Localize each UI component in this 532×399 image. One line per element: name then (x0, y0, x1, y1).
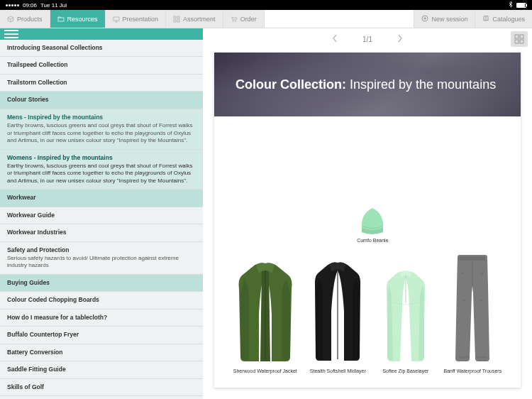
sidebar-item[interactable]: Trailstorm Collection (0, 75, 203, 92)
product-item: Banff Waterproof Trousers (443, 251, 501, 373)
sidebar-item-title: Trailstorm Collection (7, 79, 196, 87)
sidebar-item-title: Workwear (7, 194, 196, 202)
sidebar-item-title: Mens - Inspired by the mountains (7, 114, 196, 121)
svg-rect-4 (174, 20, 176, 22)
sidebar[interactable]: Introducing Seasonal CollectionsTrailspe… (0, 28, 203, 399)
page-indicator: 1/1 (362, 35, 372, 43)
sidebar-item[interactable]: Saddle Fitting Guide (0, 361, 203, 378)
book-icon (482, 15, 489, 23)
cart-icon (231, 16, 238, 23)
beanie-image (356, 201, 389, 236)
sidebar-item[interactable]: Colour Stories (0, 92, 203, 109)
grid-view-button[interactable] (511, 31, 528, 47)
tab-products[interactable]: Products (0, 10, 50, 28)
sidebar-item[interactable]: Workwear Industries (0, 224, 203, 241)
cube-icon (7, 16, 14, 23)
svg-rect-12 (520, 40, 523, 43)
midlayer-image (308, 258, 367, 364)
jacket-image (233, 258, 297, 364)
top-nav: Products Resources Presentation Assortme… (0, 10, 532, 28)
sidebar-item[interactable]: Womens - Inspired by the mountainsEarthy… (0, 150, 203, 190)
next-page-button[interactable] (394, 31, 406, 48)
sidebar-item-desc: Serious safety hazards to avoid/ Ultimat… (7, 255, 196, 270)
sidebar-item-title: Trailspeed Collection (7, 61, 196, 69)
folder-icon (57, 16, 65, 23)
product-label: Softee Zip Baselayer (382, 368, 428, 373)
sidebar-item-title: Introducing Seasonal Collections (7, 44, 196, 52)
sidebar-item-desc: Earthy browns, luscious greens and cool … (7, 163, 196, 185)
grid-icon (514, 34, 524, 44)
tab-presentation[interactable]: Presentation (106, 10, 167, 28)
pager: 1/1 (203, 28, 532, 50)
sidebar-header (0, 28, 203, 40)
slide-title: Colour Collection: Inspired by the mount… (235, 77, 496, 92)
svg-point-6 (232, 21, 233, 22)
sidebar-item-title: Battery Conversion (7, 349, 196, 356)
signal-icon (6, 4, 19, 6)
btn-label: New session (431, 16, 467, 23)
status-time: 09:06 (23, 2, 37, 9)
tab-label: Resources (67, 16, 98, 23)
sidebar-item[interactable]: Safety and ProtectionSerious safety haza… (0, 242, 203, 275)
hamburger-icon[interactable] (4, 28, 18, 40)
product-item: Softee Zip Baselayer (379, 265, 433, 373)
sidebar-item[interactable]: Buffalo Countertop Fryer (0, 327, 203, 344)
sidebar-item-title: Womens - Inspired by the mountains (7, 154, 196, 162)
presentation-icon (113, 16, 120, 23)
sidebar-item[interactable]: How to Choose the Right Size Plate Carri… (0, 396, 203, 399)
sidebar-item[interactable]: Skills of Golf (0, 379, 203, 396)
sidebar-item[interactable]: How do I measure for a tablecloth? (0, 310, 203, 327)
tab-label: Products (17, 16, 43, 23)
sidebar-item-title: Safety and Protection (7, 246, 196, 254)
new-session-button[interactable]: New session (414, 10, 475, 28)
svg-point-7 (235, 21, 236, 22)
sidebar-item-title: Colour Coded Chopping Boards (7, 296, 196, 304)
svg-rect-5 (177, 20, 179, 22)
product-label: Comfo Beanie (357, 238, 388, 243)
btn-label: Catalogues (492, 16, 525, 23)
sidebar-item-title: Workwear Industries (7, 229, 196, 236)
baselayer-image (379, 265, 433, 364)
sidebar-item-title: How do I measure for a tablecloth? (7, 314, 196, 322)
sidebar-item[interactable]: Mens - Inspired by the mountainsEarthy b… (0, 109, 203, 150)
tab-assortment[interactable]: Assortment (166, 10, 223, 28)
bluetooth-icon (509, 1, 513, 9)
catalogues-button[interactable]: Catalogues (475, 10, 532, 28)
sidebar-item[interactable]: Workwear Guide (0, 207, 203, 224)
ios-status-bar: 09:06 Tue 11 Jul (0, 0, 532, 10)
product-label: Sherwood Waterproof Jacket (233, 368, 297, 373)
sidebar-item-title: Buying Guides (7, 279, 196, 287)
product-label: Stealth Softshell Midlayer (310, 368, 366, 373)
product-label: Banff Waterproof Trousers (443, 368, 501, 373)
sidebar-item-title: Colour Stories (7, 96, 196, 104)
status-date: Tue 11 Jul (40, 2, 67, 9)
svg-rect-11 (515, 40, 519, 43)
sidebar-item[interactable]: Battery Conversion (0, 344, 203, 361)
tab-label: Assortment (183, 16, 216, 23)
tab-order[interactable]: Order (223, 10, 265, 28)
sidebar-item[interactable]: Trailspeed Collection (0, 57, 203, 74)
svg-rect-2 (174, 16, 176, 18)
product-item: Comfo Beanie Stealth Softshell Midlayer (308, 258, 367, 373)
trousers-image (448, 251, 497, 364)
sidebar-item-title: Buffalo Countertop Fryer (7, 331, 196, 339)
product-item: Sherwood Waterproof Jacket (233, 258, 297, 373)
svg-rect-9 (515, 35, 519, 38)
sidebar-item-title: Skills of Golf (7, 383, 196, 391)
svg-rect-3 (177, 16, 179, 18)
grid-icon (173, 16, 180, 23)
sidebar-item-title: Saddle Fitting Guide (7, 366, 196, 373)
product-grid: Sherwood Waterproof Jacket Comfo Beanie (214, 116, 521, 388)
sidebar-item[interactable]: Workwear (0, 190, 203, 207)
tab-resources[interactable]: Resources (50, 10, 106, 28)
sidebar-item[interactable]: Introducing Seasonal Collections (0, 40, 203, 57)
slide: Colour Collection: Inspired by the mount… (214, 53, 521, 388)
svg-rect-0 (58, 18, 64, 21)
prev-page-button[interactable] (328, 31, 341, 48)
svg-rect-1 (113, 17, 119, 21)
sidebar-item[interactable]: Colour Coded Chopping Boards (0, 292, 203, 309)
sidebar-item[interactable]: Buying Guides (0, 275, 203, 292)
tab-label: Order (240, 16, 257, 23)
sidebar-item-title: Workwear Guide (7, 212, 196, 219)
battery-icon (516, 3, 526, 8)
